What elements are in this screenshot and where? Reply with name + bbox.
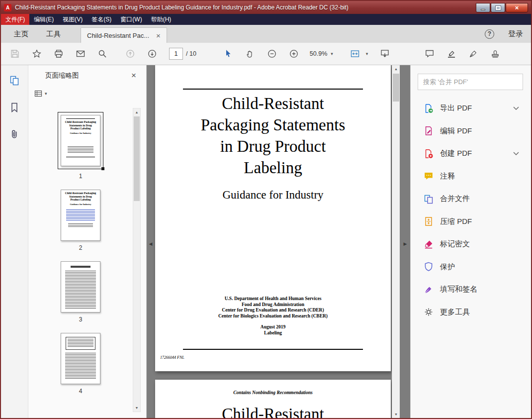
panel-close-icon[interactable]: ×	[131, 71, 136, 81]
tool-label: 压缩 PDF	[440, 217, 472, 226]
zoom-in-button[interactable]	[285, 45, 303, 62]
scrollbar-thumb[interactable]	[134, 116, 140, 201]
zoom-level-dropdown[interactable]: 50.9% ▾	[310, 50, 333, 57]
menu-window[interactable]: 窗口(W)	[116, 14, 146, 25]
menu-file[interactable]: 文件(F)	[1, 14, 29, 25]
email-button[interactable]	[72, 45, 89, 62]
tool-item-comment[interactable]: 注释	[411, 165, 531, 188]
tool-item-create-pdf[interactable]: 创建 PDF	[411, 142, 531, 165]
collapse-right-panel-button[interactable]: ▶	[402, 234, 409, 253]
sign-in-button[interactable]: 登录	[508, 29, 523, 39]
thumb-heading-bar	[71, 266, 90, 268]
document-scrollbar[interactable]: ▲ ▼	[392, 65, 400, 418]
comment-bubble-icon	[425, 49, 434, 58]
left-nav-strip	[1, 65, 28, 418]
menu-sign[interactable]: 签名(S)	[87, 14, 116, 25]
thumb-link-lines	[66, 210, 95, 220]
zoom-out-button[interactable]	[263, 45, 281, 62]
chevron-down-icon: ▾	[366, 52, 368, 56]
tool-item-more-tools[interactable]: 更多工具	[411, 301, 531, 324]
thumbnail-page-1[interactable]: Child-Resistant Packaging Statements in …	[58, 112, 103, 169]
maximize-icon	[496, 6, 501, 10]
save-button[interactable]	[6, 45, 24, 62]
thumbnail-page-number: 4	[79, 388, 83, 395]
thumb-subtitle-text: Guidance for Industry	[61, 132, 100, 134]
thumbnails-scrollbar[interactable]: ▲ ▼	[133, 108, 141, 412]
previous-page-button[interactable]	[121, 45, 139, 62]
scroll-up-icon[interactable]: ▲	[133, 108, 140, 116]
tool-item-export-pdf[interactable]: 导出 PDF	[411, 97, 531, 120]
tool-label: 更多工具	[440, 308, 470, 317]
document-view[interactable]: Child-Resistant Packaging Statements in …	[147, 65, 410, 418]
bookmarks-panel-button[interactable]	[8, 101, 21, 114]
thumbnail-page-4[interactable]	[61, 333, 100, 384]
magnifier-tool-button[interactable]	[93, 45, 111, 62]
tool-item-compress-pdf[interactable]: 压缩 PDF	[411, 210, 531, 233]
tab-close-icon[interactable]: ×	[156, 32, 161, 39]
thumbnail-page-number: 3	[79, 316, 83, 323]
attachments-panel-button[interactable]	[8, 128, 21, 141]
title-rule-bottom	[183, 349, 363, 350]
close-button[interactable]: ×	[506, 3, 528, 12]
tool-item-combine-files[interactable]: 合并文件	[411, 188, 531, 210]
reading-mode-button[interactable]	[376, 45, 394, 62]
menu-view[interactable]: 视图(V)	[58, 14, 87, 25]
thumb-title-text: Child-Resistant Packaging Statements in …	[61, 192, 100, 202]
tool-label: 保护	[440, 262, 455, 272]
sign-tool-button[interactable]	[464, 45, 482, 62]
zoom-in-icon	[289, 49, 298, 58]
document-page-2: Contains Nonbinding Recommendations Chil…	[155, 380, 391, 418]
collapse-left-panel-button[interactable]: ◀	[147, 234, 154, 253]
minimize-button[interactable]	[476, 3, 490, 12]
disclaimer-text: Contains Nonbinding Recommendations	[155, 390, 391, 395]
tool-item-edit-pdf[interactable]: 编辑 PDF	[411, 120, 531, 143]
highlight-tool-button[interactable]	[443, 45, 460, 62]
tool-item-protect[interactable]: 保护	[411, 256, 531, 279]
fit-width-dropdown[interactable]	[346, 45, 364, 62]
thumbnail-page-number: 1	[79, 173, 83, 180]
chevron-down-icon[interactable]	[513, 106, 519, 110]
thumbnail-selection-frame: Child-Resistant Packaging Statements in …	[58, 112, 103, 169]
scrollbar-thumb[interactable]	[393, 74, 399, 102]
comment-tool-button[interactable]	[421, 45, 439, 62]
stamp-icon	[491, 49, 500, 58]
page-thumbnail[interactable]: Child-Resistant Packaging Statements in …	[61, 115, 100, 166]
next-page-button[interactable]	[143, 45, 161, 62]
tool-item-fill-sign[interactable]: 填写和签名	[411, 278, 531, 301]
thumbnails-options-button[interactable]: ▾	[28, 86, 146, 101]
tool-label: 填写和签名	[440, 285, 477, 294]
zoom-out-icon	[267, 49, 276, 58]
maximize-button[interactable]	[491, 3, 505, 12]
tab-tools[interactable]: 工具	[37, 25, 70, 43]
tool-item-redact[interactable]: 标记密文	[411, 233, 531, 256]
thumbnail-page-2[interactable]: Child-Resistant Packaging Statements in …	[61, 190, 100, 241]
page-number-input[interactable]	[169, 48, 183, 60]
thumbnail-page-3[interactable]	[61, 261, 100, 313]
chevron-down-icon[interactable]	[513, 152, 519, 156]
print-button[interactable]	[50, 45, 68, 62]
scroll-down-icon[interactable]: ▼	[392, 411, 400, 418]
tool-label: 编辑 PDF	[440, 126, 472, 136]
scroll-down-icon[interactable]: ▼	[133, 404, 140, 412]
scroll-up-icon[interactable]: ▲	[392, 65, 400, 73]
edit-pdf-icon	[424, 126, 434, 136]
export-pdf-icon	[424, 104, 434, 113]
thumb-rule	[66, 118, 95, 119]
main-toolbar: / 10 50.9% ▾ ▾	[1, 43, 531, 65]
title-line: Child-Resistant	[155, 93, 391, 114]
tab-home[interactable]: 主页	[5, 25, 37, 43]
more-tools-gear-icon	[424, 307, 434, 317]
select-tool-button[interactable]	[219, 45, 237, 62]
page-thumbnails-panel-button[interactable]	[8, 74, 21, 87]
menu-edit[interactable]: 编辑(E)	[29, 14, 58, 25]
help-icon[interactable]: ?	[485, 29, 494, 39]
menu-help[interactable]: 帮助(H)	[147, 14, 176, 25]
tools-search-input[interactable]	[423, 78, 518, 86]
hand-tool-button[interactable]	[241, 45, 259, 62]
thumb-text-lines	[68, 339, 93, 348]
stamp-tool-button[interactable]	[486, 45, 504, 62]
tab-document[interactable]: Child-Resistant Pac... ×	[81, 27, 167, 43]
tools-search-box	[418, 74, 523, 90]
star-tool-button[interactable]	[28, 45, 46, 62]
compress-pdf-icon	[424, 216, 434, 226]
